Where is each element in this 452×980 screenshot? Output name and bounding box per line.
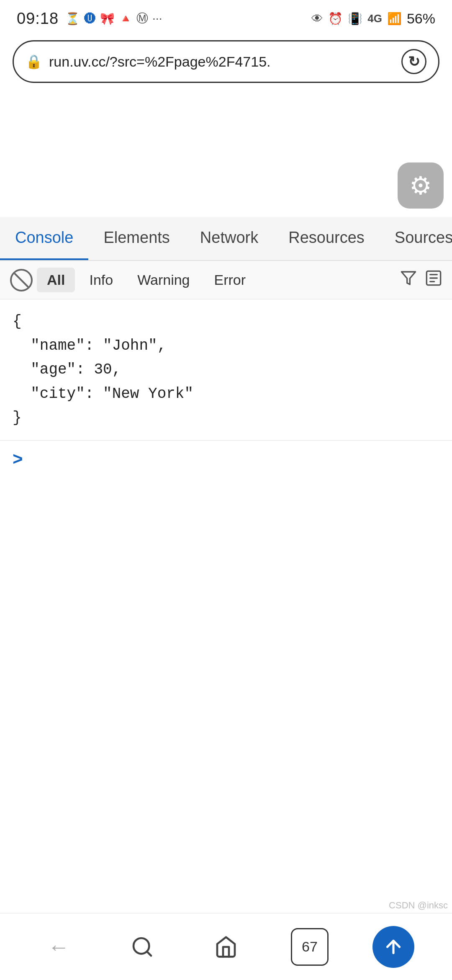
status-icons-left: ⏳ 🅤 🎀 🔺 Ⓜ ···: [65, 10, 162, 26]
console-prompt-area: >: [0, 441, 452, 477]
clear-console-icon[interactable]: [425, 270, 442, 290]
more-dots-icon: ···: [152, 12, 162, 25]
filter-no-icon[interactable]: [10, 269, 33, 291]
tab-resources[interactable]: Resources: [273, 217, 380, 260]
svg-marker-0: [401, 272, 415, 284]
app-icon-blue: 🅤: [84, 12, 96, 26]
upload-circle: [372, 926, 414, 968]
back-button[interactable]: ←: [33, 922, 84, 972]
console-filter-bar: All Info Warning Error: [0, 261, 452, 299]
reload-button[interactable]: ↻: [401, 49, 426, 74]
tab-elements[interactable]: Elements: [88, 217, 185, 260]
tabs-count-badge: 67: [291, 928, 329, 966]
console-json-output: { "name": "John", "age": 30, "city": "Ne…: [13, 309, 439, 430]
filter-icons-right: [400, 270, 442, 290]
gear-icon: ⚙: [409, 171, 432, 200]
signal-bars-icon: 📶: [387, 12, 402, 26]
status-right-icons: 👁 ⏰ 📳 4G 📶 56%: [311, 10, 435, 27]
hourglass-icon: ⏳: [65, 12, 80, 26]
app-icon-triangle: 🔺: [119, 12, 132, 25]
status-time: 09:18: [17, 10, 59, 28]
alarm-icon: ⏰: [328, 12, 343, 26]
console-output: { "name": "John", "age": 30, "city": "Ne…: [0, 299, 452, 441]
tab-network[interactable]: Network: [185, 217, 273, 260]
upload-button[interactable]: [368, 922, 419, 972]
watermark: CSDN @inksc: [389, 900, 448, 911]
search-button[interactable]: [117, 922, 167, 972]
upload-icon: [383, 936, 404, 957]
tabs-count-text: 67: [302, 939, 318, 955]
bottom-nav: ← 67: [0, 913, 452, 980]
address-bar-container: 🔒 run.uv.cc/?src=%2Fpage%2F4715. ↻: [0, 34, 452, 91]
lock-icon: 🔒: [26, 54, 42, 70]
eye-icon: 👁: [311, 12, 323, 26]
tab-console[interactable]: Console: [0, 217, 88, 260]
console-prompt[interactable]: >: [13, 449, 439, 469]
app-icon-gift: 🎀: [100, 12, 115, 26]
signal-4g-icon: 4G: [367, 12, 382, 25]
reload-icon: ↻: [408, 53, 420, 70]
tab-sources[interactable]: Sources: [380, 217, 452, 260]
filter-info-button[interactable]: Info: [79, 268, 123, 292]
app-icon-m: Ⓜ: [136, 10, 148, 26]
devtools-tabs: Console Elements Network Resources Sourc…: [0, 217, 452, 261]
tabs-button[interactable]: 67: [285, 922, 335, 972]
status-bar: 09:18 ⏳ 🅤 🎀 🔺 Ⓜ ··· 👁 ⏰ 📳 4G 📶 56%: [0, 0, 452, 34]
browser-content-area: ⚙: [0, 91, 452, 217]
status-left: 09:18 ⏳ 🅤 🎀 🔺 Ⓜ ···: [17, 10, 162, 28]
url-text[interactable]: run.uv.cc/?src=%2Fpage%2F4715.: [49, 54, 395, 70]
vibrate-icon: 📳: [348, 12, 362, 26]
devtools-settings-button[interactable]: ⚙: [398, 162, 444, 209]
status-right: 👁 ⏰ 📳 4G 📶 56%: [311, 10, 435, 27]
filter-all-button[interactable]: All: [37, 268, 75, 292]
filter-error-button[interactable]: Error: [204, 268, 256, 292]
prompt-chevron: >: [13, 449, 23, 469]
back-icon: ←: [48, 934, 69, 959]
home-icon: [214, 935, 238, 959]
filter-warning-button[interactable]: Warning: [127, 268, 200, 292]
filter-funnel-icon[interactable]: [400, 270, 417, 290]
home-button[interactable]: [201, 922, 251, 972]
search-icon: [131, 935, 154, 959]
battery-level: 56%: [407, 10, 435, 27]
svg-line-6: [147, 951, 151, 955]
address-bar[interactable]: 🔒 run.uv.cc/?src=%2Fpage%2F4715. ↻: [13, 40, 439, 83]
